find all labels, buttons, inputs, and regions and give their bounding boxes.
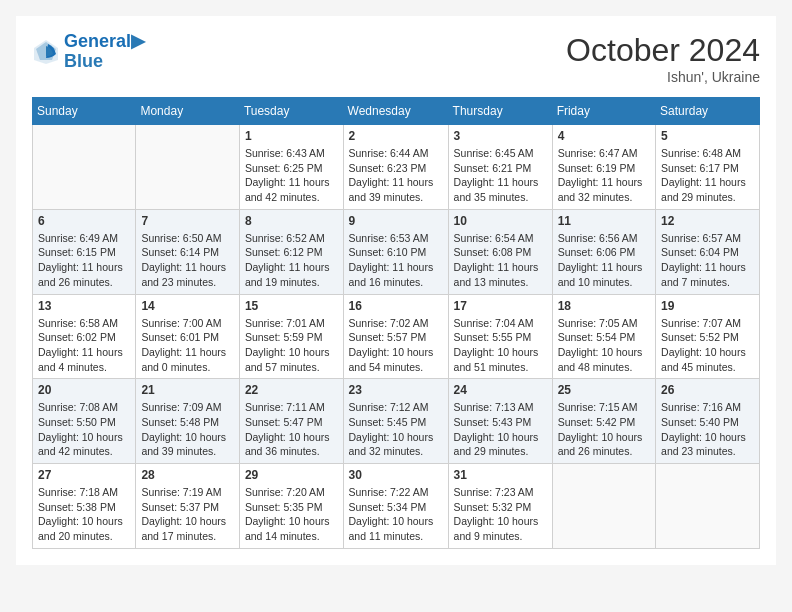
weekday-header-tuesday: Tuesday [239,98,343,125]
calendar-cell: 2Sunrise: 6:44 AMSunset: 6:23 PMDaylight… [343,125,448,210]
day-number: 17 [454,299,547,313]
day-number: 30 [349,468,443,482]
logo-text: General▶ Blue [64,32,145,72]
day-number: 25 [558,383,650,397]
calendar-week-2: 13Sunrise: 6:58 AMSunset: 6:02 PMDayligh… [33,294,760,379]
day-number: 5 [661,129,754,143]
day-info: Sunrise: 7:15 AMSunset: 5:42 PMDaylight:… [558,400,650,459]
day-info: Sunrise: 6:58 AMSunset: 6:02 PMDaylight:… [38,316,130,375]
day-info: Sunrise: 6:52 AMSunset: 6:12 PMDaylight:… [245,231,338,290]
weekday-header-wednesday: Wednesday [343,98,448,125]
day-number: 3 [454,129,547,143]
day-number: 21 [141,383,233,397]
calendar-cell: 19Sunrise: 7:07 AMSunset: 5:52 PMDayligh… [656,294,760,379]
calendar-week-0: 1Sunrise: 6:43 AMSunset: 6:25 PMDaylight… [33,125,760,210]
day-number: 1 [245,129,338,143]
day-number: 19 [661,299,754,313]
weekday-header-thursday: Thursday [448,98,552,125]
calendar-cell: 20Sunrise: 7:08 AMSunset: 5:50 PMDayligh… [33,379,136,464]
day-info: Sunrise: 7:20 AMSunset: 5:35 PMDaylight:… [245,485,338,544]
month-title: October 2024 [566,32,760,69]
day-number: 23 [349,383,443,397]
day-info: Sunrise: 6:44 AMSunset: 6:23 PMDaylight:… [349,146,443,205]
calendar-cell: 26Sunrise: 7:16 AMSunset: 5:40 PMDayligh… [656,379,760,464]
weekday-header-friday: Friday [552,98,655,125]
weekday-header-monday: Monday [136,98,239,125]
day-info: Sunrise: 7:18 AMSunset: 5:38 PMDaylight:… [38,485,130,544]
day-info: Sunrise: 6:56 AMSunset: 6:06 PMDaylight:… [558,231,650,290]
calendar-cell: 1Sunrise: 6:43 AMSunset: 6:25 PMDaylight… [239,125,343,210]
day-info: Sunrise: 7:23 AMSunset: 5:32 PMDaylight:… [454,485,547,544]
day-number: 22 [245,383,338,397]
logo-line1: General [64,31,131,51]
weekday-header-sunday: Sunday [33,98,136,125]
calendar-cell [33,125,136,210]
day-number: 6 [38,214,130,228]
calendar-cell: 3Sunrise: 6:45 AMSunset: 6:21 PMDaylight… [448,125,552,210]
day-number: 28 [141,468,233,482]
day-info: Sunrise: 7:07 AMSunset: 5:52 PMDaylight:… [661,316,754,375]
calendar-cell: 6Sunrise: 6:49 AMSunset: 6:15 PMDaylight… [33,209,136,294]
calendar-cell: 11Sunrise: 6:56 AMSunset: 6:06 PMDayligh… [552,209,655,294]
day-number: 2 [349,129,443,143]
day-number: 10 [454,214,547,228]
day-info: Sunrise: 6:54 AMSunset: 6:08 PMDaylight:… [454,231,547,290]
logo-icon [32,38,60,66]
logo-line2: Blue [64,52,145,72]
day-info: Sunrise: 7:13 AMSunset: 5:43 PMDaylight:… [454,400,547,459]
day-number: 4 [558,129,650,143]
day-info: Sunrise: 7:11 AMSunset: 5:47 PMDaylight:… [245,400,338,459]
weekday-row: SundayMondayTuesdayWednesdayThursdayFrid… [33,98,760,125]
calendar-cell: 28Sunrise: 7:19 AMSunset: 5:37 PMDayligh… [136,464,239,549]
calendar-cell: 30Sunrise: 7:22 AMSunset: 5:34 PMDayligh… [343,464,448,549]
calendar-cell: 16Sunrise: 7:02 AMSunset: 5:57 PMDayligh… [343,294,448,379]
calendar-cell: 9Sunrise: 6:53 AMSunset: 6:10 PMDaylight… [343,209,448,294]
day-info: Sunrise: 7:22 AMSunset: 5:34 PMDaylight:… [349,485,443,544]
day-number: 15 [245,299,338,313]
day-info: Sunrise: 7:01 AMSunset: 5:59 PMDaylight:… [245,316,338,375]
day-info: Sunrise: 6:48 AMSunset: 6:17 PMDaylight:… [661,146,754,205]
calendar-week-3: 20Sunrise: 7:08 AMSunset: 5:50 PMDayligh… [33,379,760,464]
calendar-cell: 7Sunrise: 6:50 AMSunset: 6:14 PMDaylight… [136,209,239,294]
day-info: Sunrise: 7:12 AMSunset: 5:45 PMDaylight:… [349,400,443,459]
day-info: Sunrise: 7:02 AMSunset: 5:57 PMDaylight:… [349,316,443,375]
day-info: Sunrise: 6:50 AMSunset: 6:14 PMDaylight:… [141,231,233,290]
day-number: 29 [245,468,338,482]
calendar-cell: 14Sunrise: 7:00 AMSunset: 6:01 PMDayligh… [136,294,239,379]
calendar-cell: 24Sunrise: 7:13 AMSunset: 5:43 PMDayligh… [448,379,552,464]
day-number: 13 [38,299,130,313]
calendar-cell: 22Sunrise: 7:11 AMSunset: 5:47 PMDayligh… [239,379,343,464]
day-info: Sunrise: 6:43 AMSunset: 6:25 PMDaylight:… [245,146,338,205]
day-info: Sunrise: 7:00 AMSunset: 6:01 PMDaylight:… [141,316,233,375]
calendar-cell: 29Sunrise: 7:20 AMSunset: 5:35 PMDayligh… [239,464,343,549]
day-number: 18 [558,299,650,313]
day-info: Sunrise: 7:16 AMSunset: 5:40 PMDaylight:… [661,400,754,459]
day-info: Sunrise: 7:09 AMSunset: 5:48 PMDaylight:… [141,400,233,459]
calendar-header: SundayMondayTuesdayWednesdayThursdayFrid… [33,98,760,125]
calendar-cell: 27Sunrise: 7:18 AMSunset: 5:38 PMDayligh… [33,464,136,549]
calendar-cell: 21Sunrise: 7:09 AMSunset: 5:48 PMDayligh… [136,379,239,464]
day-info: Sunrise: 7:19 AMSunset: 5:37 PMDaylight:… [141,485,233,544]
calendar-cell: 17Sunrise: 7:04 AMSunset: 5:55 PMDayligh… [448,294,552,379]
day-info: Sunrise: 6:53 AMSunset: 6:10 PMDaylight:… [349,231,443,290]
calendar-cell: 18Sunrise: 7:05 AMSunset: 5:54 PMDayligh… [552,294,655,379]
page: General▶ Blue October 2024 Ishun', Ukrai… [16,16,776,565]
calendar-cell: 13Sunrise: 6:58 AMSunset: 6:02 PMDayligh… [33,294,136,379]
day-number: 31 [454,468,547,482]
day-info: Sunrise: 6:57 AMSunset: 6:04 PMDaylight:… [661,231,754,290]
calendar-cell: 23Sunrise: 7:12 AMSunset: 5:45 PMDayligh… [343,379,448,464]
day-number: 16 [349,299,443,313]
calendar-cell [136,125,239,210]
day-info: Sunrise: 6:47 AMSunset: 6:19 PMDaylight:… [558,146,650,205]
calendar-cell: 12Sunrise: 6:57 AMSunset: 6:04 PMDayligh… [656,209,760,294]
calendar-week-1: 6Sunrise: 6:49 AMSunset: 6:15 PMDaylight… [33,209,760,294]
day-info: Sunrise: 6:49 AMSunset: 6:15 PMDaylight:… [38,231,130,290]
day-info: Sunrise: 6:45 AMSunset: 6:21 PMDaylight:… [454,146,547,205]
day-info: Sunrise: 7:08 AMSunset: 5:50 PMDaylight:… [38,400,130,459]
day-number: 9 [349,214,443,228]
calendar-cell [552,464,655,549]
day-info: Sunrise: 7:05 AMSunset: 5:54 PMDaylight:… [558,316,650,375]
calendar-cell: 5Sunrise: 6:48 AMSunset: 6:17 PMDaylight… [656,125,760,210]
calendar-cell [656,464,760,549]
logo: General▶ Blue [32,32,145,72]
